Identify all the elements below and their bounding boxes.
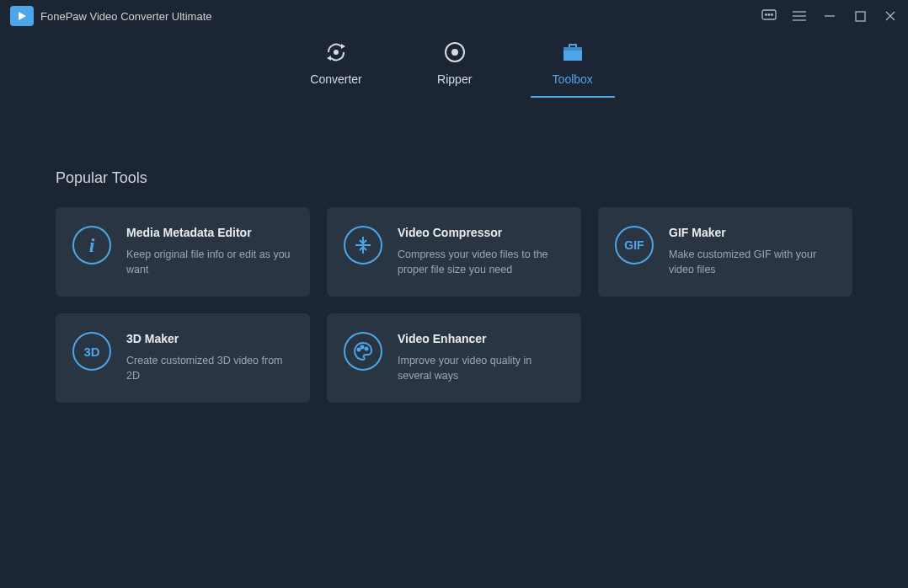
- compress-icon: [344, 226, 382, 265]
- app-title: FonePaw Video Converter Ultimate: [40, 10, 212, 23]
- titlebar: FonePaw Video Converter Ultimate: [0, 0, 908, 32]
- tool-info: 3D Maker Create customized 3D video from…: [126, 332, 293, 384]
- tool-desc: Create customized 3D video from 2D: [126, 354, 293, 383]
- tool-title: 3D Maker: [126, 332, 293, 345]
- svg-point-24: [366, 348, 368, 350]
- maximize-icon[interactable]: [852, 8, 868, 24]
- main-nav: Converter Ripper Toolbox: [0, 32, 908, 98]
- gif-icon: GIF: [615, 226, 654, 265]
- 3d-icon: 3D: [72, 332, 111, 371]
- nav-converter[interactable]: Converter: [293, 40, 378, 98]
- titlebar-left: FonePaw Video Converter Ultimate: [10, 6, 212, 26]
- svg-point-4: [772, 14, 773, 16]
- toolbox-icon: [561, 40, 585, 64]
- section-title: Popular Tools: [56, 169, 852, 187]
- tool-title: Media Metadata Editor: [126, 226, 293, 239]
- tool-desc: Make customized GIF with your video file…: [669, 248, 836, 277]
- palette-icon: [344, 332, 382, 371]
- tool-video-enhancer[interactable]: Video Enhancer Improve your video qualit…: [327, 313, 581, 403]
- tool-3d-maker[interactable]: 3D 3D Maker Create customized 3D video f…: [56, 313, 310, 403]
- nav-ripper-label: Ripper: [437, 72, 472, 86]
- svg-marker-0: [19, 12, 26, 20]
- tool-info: Video Enhancer Improve your video qualit…: [398, 332, 564, 384]
- minimize-icon[interactable]: [822, 8, 837, 24]
- info-icon: i: [72, 226, 111, 265]
- tool-info: GIF Maker Make customized GIF with your …: [669, 226, 836, 278]
- svg-point-3: [768, 14, 770, 16]
- nav-ripper[interactable]: Ripper: [413, 40, 497, 98]
- svg-point-23: [361, 346, 364, 349]
- nav-toolbox-label: Toolbox: [553, 72, 593, 86]
- content: Popular Tools i Media Metadata Editor Ke…: [0, 98, 908, 403]
- feedback-icon[interactable]: [761, 8, 777, 24]
- close-icon[interactable]: [883, 8, 898, 24]
- svg-marker-13: [327, 56, 331, 61]
- menu-icon[interactable]: [792, 8, 807, 24]
- tool-info: Video Compressor Compress your video fil…: [398, 226, 564, 278]
- svg-marker-12: [341, 44, 345, 49]
- svg-point-16: [452, 50, 457, 55]
- tool-info: Media Metadata Editor Keep original file…: [126, 226, 293, 278]
- tool-desc: Improve your video quality in several wa…: [398, 354, 564, 383]
- svg-point-2: [766, 14, 767, 16]
- tool-video-compressor[interactable]: Video Compressor Compress your video fil…: [327, 207, 581, 297]
- nav-converter-label: Converter: [310, 72, 361, 86]
- nav-toolbox[interactable]: Toolbox: [531, 40, 615, 98]
- svg-rect-18: [563, 47, 582, 51]
- tool-title: Video Enhancer: [398, 332, 564, 345]
- app-logo-icon: [10, 6, 34, 26]
- tool-desc: Compress your video files to the proper …: [398, 248, 564, 277]
- svg-rect-9: [856, 12, 865, 21]
- tool-title: Video Compressor: [398, 226, 564, 239]
- tools-grid: i Media Metadata Editor Keep original fi…: [56, 207, 852, 403]
- tool-desc: Keep original file info or edit as you w…: [126, 248, 293, 277]
- converter-icon: [324, 40, 348, 64]
- titlebar-right: [761, 8, 898, 24]
- ripper-icon: [443, 40, 467, 64]
- svg-point-22: [358, 349, 361, 351]
- svg-point-14: [334, 50, 339, 55]
- svg-rect-17: [563, 49, 582, 61]
- tool-title: GIF Maker: [669, 226, 836, 239]
- tool-media-metadata-editor[interactable]: i Media Metadata Editor Keep original fi…: [56, 207, 310, 297]
- tool-gif-maker[interactable]: GIF GIF Maker Make customized GIF with y…: [598, 207, 852, 297]
